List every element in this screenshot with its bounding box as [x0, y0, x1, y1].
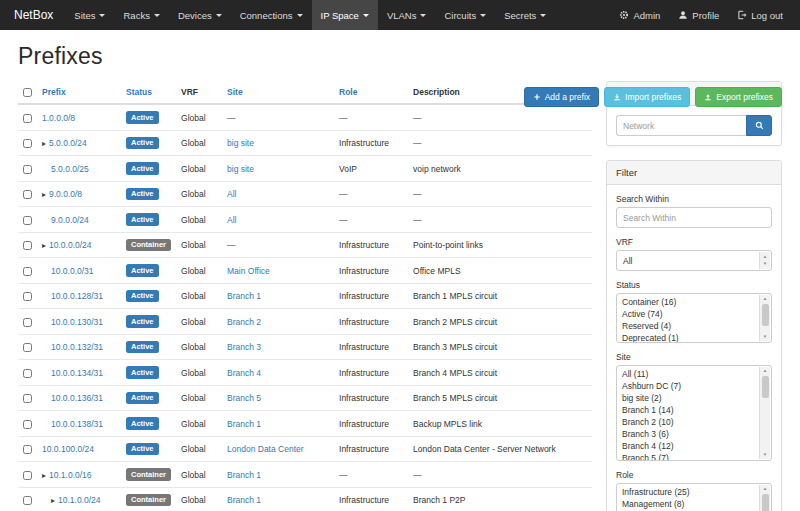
prefix-link[interactable]: 10.0.0.138/31 — [51, 419, 103, 429]
row-checkbox[interactable] — [23, 114, 32, 123]
prefix-link[interactable]: 9.0.0.0/24 — [51, 215, 89, 225]
filter-option[interactable]: Management (8) — [617, 498, 757, 510]
logout-link[interactable]: Log out — [728, 0, 792, 30]
row-checkbox[interactable] — [23, 216, 32, 225]
site-link[interactable]: Branch 3 — [227, 342, 261, 352]
site-link[interactable]: All — [227, 215, 236, 225]
site-link[interactable]: Branch 1 — [227, 470, 261, 480]
site-link[interactable]: big site — [227, 138, 254, 148]
row-checkbox[interactable] — [23, 471, 32, 480]
description-cell: Point-to-point links — [408, 232, 592, 258]
nav-item-connections[interactable]: Connections — [231, 0, 312, 30]
vrf-select[interactable]: All ▲▼ — [616, 250, 772, 271]
search-button[interactable] — [746, 115, 772, 136]
row-checkbox[interactable] — [23, 343, 32, 352]
search-input[interactable] — [616, 115, 746, 136]
site-link[interactable]: big site — [227, 164, 254, 174]
row-checkbox[interactable] — [23, 445, 32, 454]
site-link[interactable]: Branch 5 — [227, 393, 261, 403]
filter-option[interactable]: Reserved (4) — [617, 320, 757, 332]
site-link[interactable]: All — [227, 189, 236, 199]
status-filter-label: Status — [616, 280, 772, 290]
nav-item-racks[interactable]: Racks — [114, 0, 168, 30]
site-link[interactable]: Branch 1 — [227, 291, 261, 301]
scrollbar[interactable]: ▲▼ — [759, 295, 770, 341]
filter-option[interactable]: Ashburn DC (7) — [617, 380, 757, 392]
prefix-link[interactable]: 5.0.0.0/24 — [49, 138, 87, 148]
profile-link[interactable]: Profile — [669, 0, 728, 30]
nav-item-ip-space[interactable]: IP Space — [312, 0, 378, 30]
scrollbar[interactable]: ▲▼ — [759, 485, 770, 511]
row-checkbox[interactable] — [23, 369, 32, 378]
status-cell: Active — [121, 207, 176, 233]
prefix-link[interactable]: 10.0.0.132/31 — [51, 342, 103, 352]
search-within-input[interactable] — [616, 207, 772, 228]
prefix-link[interactable]: 10.1.0.0/16 — [49, 470, 92, 480]
select-all-checkbox[interactable] — [23, 88, 32, 97]
prefix-link[interactable]: 9.0.0.0/8 — [49, 189, 82, 199]
filter-option[interactable]: Branch 4 (12) — [617, 440, 757, 452]
site-link[interactable]: Branch 2 — [227, 317, 261, 327]
nav-item-sites[interactable]: Sites — [65, 0, 114, 30]
prefix-cell: ▸5.0.0.0/24 — [37, 130, 121, 156]
row-checkbox[interactable] — [23, 139, 32, 148]
prefix-link[interactable]: 1.0.0.0/8 — [42, 113, 75, 123]
prefix-link[interactable]: 10.0.0.136/31 — [51, 393, 103, 403]
add-prefix-button[interactable]: Add a prefix — [524, 87, 599, 107]
prefix-link[interactable]: 10.0.0.128/31 — [51, 291, 103, 301]
row-checkbox[interactable] — [23, 165, 32, 174]
filter-option[interactable]: All (11) — [617, 368, 757, 380]
column-header-prefix[interactable]: Prefix — [37, 81, 121, 104]
nav-item-label: VLANs — [387, 10, 417, 21]
column-header-status[interactable]: Status — [121, 81, 176, 104]
row-checkbox[interactable] — [23, 318, 32, 327]
import-prefixes-button[interactable]: Import prefixes — [604, 87, 690, 107]
prefix-link[interactable]: 10.0.0.0/24 — [49, 240, 92, 250]
nav-item-label: Secrets — [504, 10, 536, 21]
site-link[interactable]: Main Office — [227, 266, 270, 276]
add-prefix-label: Add a prefix — [545, 92, 590, 102]
nav-item-vlans[interactable]: VLANs — [378, 0, 436, 30]
filter-option[interactable]: Branch 1 (14) — [617, 404, 757, 416]
prefix-wrap: ▸5.0.0.0/24 — [42, 138, 87, 148]
filter-option[interactable]: Branch 3 (6) — [617, 428, 757, 440]
prefix-link[interactable]: 5.0.0.0/25 — [51, 164, 89, 174]
prefix-link[interactable]: 10.0.0.134/31 — [51, 368, 103, 378]
app-logo[interactable]: NetBox — [8, 0, 65, 30]
status-badge: Active — [126, 213, 159, 226]
site-link[interactable]: Branch 4 — [227, 368, 261, 378]
row-checkbox[interactable] — [23, 496, 32, 505]
scrollbar[interactable]: ▲▼ — [759, 367, 770, 459]
filter-option[interactable]: Container (16) — [617, 296, 757, 308]
row-checkbox[interactable] — [23, 241, 32, 250]
filter-option[interactable]: Branch 5 (7) — [617, 452, 757, 461]
row-checkbox[interactable] — [23, 190, 32, 199]
prefix-link[interactable]: 10.0.100.0/24 — [42, 444, 94, 454]
row-checkbox[interactable] — [23, 267, 32, 276]
filter-option[interactable]: Infrastructure (25) — [617, 486, 757, 498]
filter-option[interactable]: Branch 2 (10) — [617, 416, 757, 428]
filter-option[interactable]: Active (74) — [617, 308, 757, 320]
row-checkbox[interactable] — [23, 420, 32, 429]
nav-item-circuits[interactable]: Circuits — [435, 0, 495, 30]
row-checkbox[interactable] — [23, 394, 32, 403]
prefix-link[interactable]: 10.0.0.0/31 — [51, 266, 94, 276]
nav-item-secrets[interactable]: Secrets — [495, 0, 555, 30]
prefix-link[interactable]: 10.1.0.0/24 — [58, 495, 101, 505]
admin-link[interactable]: Admin — [610, 0, 669, 30]
export-prefixes-button[interactable]: Export prefixes — [695, 87, 782, 107]
site-link[interactable]: London Data Center — [227, 444, 304, 454]
filter-option[interactable]: big site (2) — [617, 392, 757, 404]
prefix-cell: 10.0.0.132/31 — [37, 334, 121, 360]
column-header-site[interactable]: Site — [222, 81, 334, 104]
nav-item-devices[interactable]: Devices — [169, 0, 231, 30]
site-link[interactable]: Branch 1 — [227, 495, 261, 505]
filter-option[interactable]: Deprecated (1) — [617, 332, 757, 343]
scrollbar[interactable]: ▲▼ — [759, 252, 770, 269]
vrf-select-value: All — [623, 256, 632, 266]
prefix-cell: ▸10.1.0.0/16 — [37, 462, 121, 488]
row-checkbox[interactable] — [23, 292, 32, 301]
prefix-link[interactable]: 10.0.0.130/31 — [51, 317, 103, 327]
column-header-role[interactable]: Role — [334, 81, 408, 104]
site-link[interactable]: Branch 1 — [227, 419, 261, 429]
